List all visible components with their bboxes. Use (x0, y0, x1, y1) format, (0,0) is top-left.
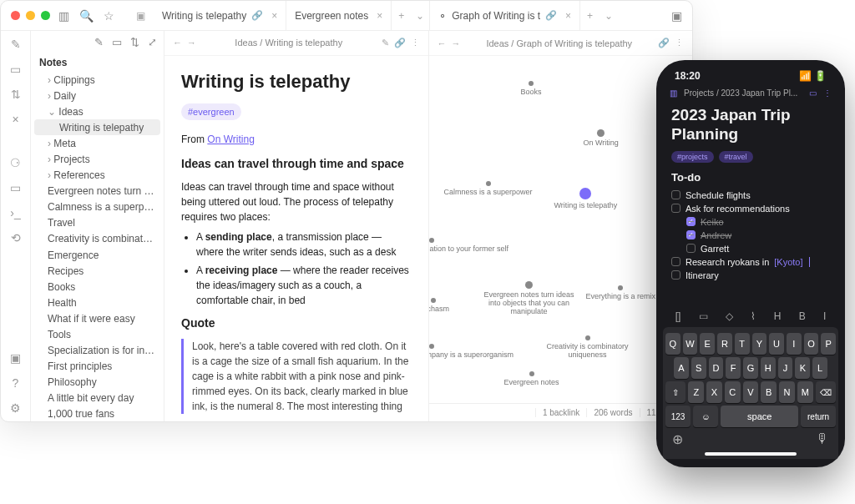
mic-icon[interactable]: 🎙 (816, 431, 829, 447)
sidebar-note[interactable]: Tools (31, 326, 164, 342)
star-icon[interactable]: ☆ (104, 9, 114, 23)
settings-icon[interactable]: ⚙ (10, 401, 21, 415)
checkbox-checked[interactable]: ✓ (686, 230, 696, 239)
close-window-button[interactable] (11, 11, 20, 20)
sort-icon[interactable]: ⇅ (130, 36, 139, 48)
key-H[interactable]: H (761, 357, 776, 379)
tab-graph[interactable]: ⚬Graph of Writing is t🔗× (430, 1, 580, 30)
panel-icon[interactable]: ▣ (136, 10, 145, 22)
sidebar-note[interactable]: Travel (31, 214, 164, 230)
sidebar-folder[interactable]: Clippings (31, 72, 164, 88)
forward-icon[interactable]: → (452, 38, 461, 48)
sidebar-note[interactable]: Specialization is for insects (31, 342, 164, 358)
key-M[interactable]: M (797, 381, 813, 403)
graph-node-focus[interactable]: Writing is telepathy (554, 188, 618, 209)
sidebar-note[interactable]: First principles (31, 358, 164, 374)
sidebar-folder[interactable]: Daily (31, 88, 164, 103)
sidebar-note[interactable]: Creativity is combinatory u... (31, 230, 164, 246)
sort-icon[interactable]: ⇅ (11, 88, 21, 101)
graph-node[interactable]: Evergreen notes turn ideas into objects … (479, 281, 579, 315)
graph-node[interactable]: chasm (429, 298, 450, 313)
key-Z[interactable]: Z (688, 381, 704, 403)
reading-mode-icon[interactable]: ▭ (809, 88, 817, 98)
more-icon[interactable]: ⋮ (675, 38, 684, 48)
key-⇧[interactable]: ⇧ (665, 381, 686, 403)
key-W[interactable]: W (683, 333, 698, 355)
key-G[interactable]: G (743, 357, 758, 379)
key-R[interactable]: R (717, 333, 732, 355)
key-emoji[interactable]: ☺ (693, 406, 718, 427)
graph-node[interactable]: Books (521, 81, 542, 96)
branch-icon[interactable]: ⚆ (10, 156, 21, 169)
key-A[interactable]: A (674, 357, 689, 379)
sidebar-note[interactable]: Evergreen notes turn ideas... (31, 183, 164, 199)
graph-node[interactable]: On Writing (584, 129, 619, 147)
key-U[interactable]: U (769, 333, 784, 355)
sidebar-note[interactable]: Health (31, 295, 164, 310)
key-E[interactable]: E (700, 333, 715, 355)
checkbox[interactable] (671, 190, 680, 199)
key-T[interactable]: T (735, 333, 750, 355)
sidebar-note-selected[interactable]: Writing is telepathy (34, 119, 160, 135)
graph-node[interactable]: mpany is a superorganism (429, 344, 514, 359)
back-icon[interactable]: ← (438, 38, 447, 48)
maximize-window-button[interactable] (41, 11, 50, 20)
brackets-icon[interactable]: [] (675, 310, 681, 322)
sidebar-note[interactable]: Calmness is a superpower (31, 199, 164, 214)
key-S[interactable]: S (691, 357, 706, 379)
calendar-icon[interactable]: ▭ (10, 181, 21, 194)
collapse-all-icon[interactable]: ⤢ (148, 36, 157, 48)
todo-list[interactable]: Schedule flights Ask for recommendations… (663, 189, 838, 282)
todo-item[interactable]: Ask for recommendations (671, 202, 830, 215)
breadcrumb[interactable]: Ideas / Graph of Writing is telepathy (466, 38, 654, 48)
bold-icon[interactable]: B (799, 310, 806, 322)
wikilink[interactable]: [Kyoto] (774, 257, 802, 267)
italic-icon[interactable]: I (823, 310, 826, 322)
key-⌫[interactable]: ⌫ (816, 381, 836, 403)
note-body[interactable]: Writing is telepathy #evergreen From On … (164, 56, 428, 421)
key-J[interactable]: J (778, 357, 793, 379)
graph-node[interactable]: Creativity is combinatory uniqueness (538, 335, 638, 359)
new-note-icon[interactable]: ✎ (94, 36, 104, 48)
sidebar-folder-open[interactable]: Ideas (31, 103, 164, 119)
close-tab-icon[interactable]: × (271, 10, 277, 22)
sidebar-note[interactable]: Emergence (31, 247, 164, 263)
link-icon[interactable]: 🔗 (394, 38, 406, 48)
source-link[interactable]: On Writing (207, 134, 254, 145)
tab-writing[interactable]: Writing is telepathy🔗× (154, 1, 286, 30)
home-indicator[interactable] (705, 452, 797, 456)
todo-item[interactable]: Itinerary (671, 269, 830, 282)
layout-icon[interactable]: ▣ (671, 9, 682, 23)
graph-node[interactable]: Evergreen notes (504, 371, 559, 386)
graph-node[interactable]: Calmness is a superpower (444, 181, 533, 196)
new-folder-icon[interactable]: ▭ (112, 36, 122, 48)
tag[interactable]: #projects (671, 151, 714, 163)
edit-icon[interactable]: ✎ (11, 38, 21, 51)
tag[interactable]: #evergreen (181, 103, 241, 121)
sidebar-icon[interactable]: ▥ (670, 88, 677, 98)
key-Y[interactable]: Y (752, 333, 767, 355)
minimize-window-button[interactable] (26, 11, 35, 20)
breadcrumb[interactable]: Ideas / Writing is telepathy (201, 38, 377, 48)
forward-icon[interactable]: → (187, 38, 196, 48)
link-icon[interactable]: 🔗 (658, 38, 670, 48)
sidebar-note[interactable]: What if it were easy (31, 310, 164, 326)
sidebar-toggle-icon[interactable]: ▥ (58, 9, 69, 23)
todo-item[interactable]: Garrett (671, 242, 830, 255)
checkbox[interactable] (686, 244, 696, 253)
globe-icon[interactable]: ⊕ (672, 431, 683, 447)
key-D[interactable]: D (709, 357, 724, 379)
new-tab-icon[interactable]: + (580, 10, 600, 22)
sidebar-folder[interactable]: Projects (31, 151, 164, 167)
key-O[interactable]: O (804, 333, 819, 355)
key-F[interactable]: F (726, 357, 741, 379)
back-icon[interactable]: ← (173, 38, 182, 48)
checkbox-checked[interactable]: ✓ (686, 217, 696, 226)
attach-icon[interactable]: ▭ (699, 310, 708, 322)
vault-icon[interactable]: ▣ (10, 351, 21, 365)
more-icon[interactable]: ⋮ (823, 88, 832, 98)
clip-icon[interactable]: ⌇ (751, 310, 756, 322)
key-N[interactable]: N (779, 381, 795, 403)
todo-item[interactable]: Research ryokans in [Kyoto] (671, 255, 830, 269)
todo-item[interactable]: Schedule flights (671, 189, 830, 202)
